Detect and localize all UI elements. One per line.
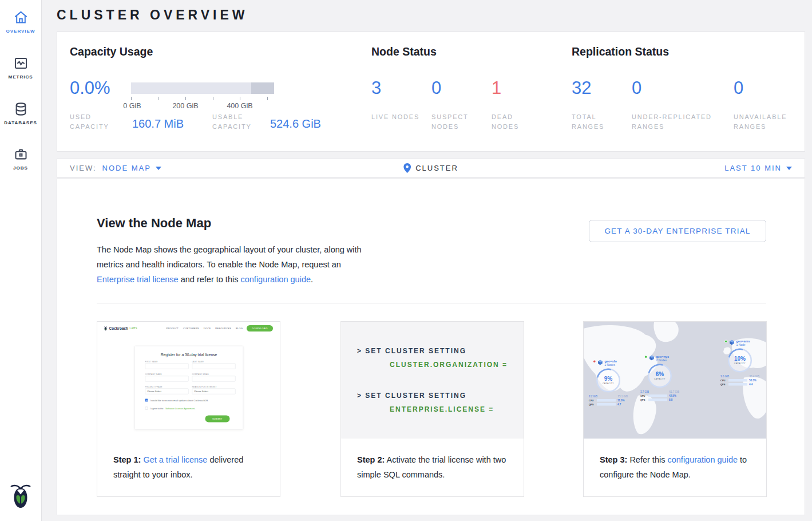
description-text: The Node Map shows the geographical layo…	[97, 245, 362, 269]
live-nodes-label: LIVE NODES	[371, 112, 420, 122]
sql-command-arg: ENTERPRISE.LICENSE =	[390, 405, 494, 413]
live-nodes-value: 3	[371, 78, 381, 98]
sql-command: > SET CLUSTER SETTING	[357, 392, 466, 400]
capacity-axis-tick: 0 GiB	[123, 102, 141, 110]
step3-caption: Step 3: Refer this configuration guide t…	[584, 439, 766, 482]
node-cube-icon	[729, 340, 735, 345]
sidebar: OVERVIEW METRICS DATABASES JOBS	[0, 0, 42, 521]
configuration-guide-link[interactable]: configuration guide	[667, 455, 738, 464]
screenshot-download-button: DOWNLOAD	[247, 325, 273, 331]
screenshot-checkbox-checked	[145, 399, 148, 402]
nodemap-widget-nyc: geo=nyc 2 Nodes 6% CAPACITY 3.7 GiB 61.7…	[640, 355, 683, 401]
node-cube-icon	[649, 355, 655, 361]
screenshot-register-form: Register for a 30-day trial license FIRS…	[134, 346, 243, 429]
step1-card: Cockroach LABS PRODUCTCUSTOMERSDOCSRESOU…	[97, 321, 280, 497]
dead-nodes-label: DEAD NODES	[492, 112, 540, 132]
step1-caption: Step 1: Get a trial license delivered st…	[97, 439, 280, 482]
time-range-dropdown[interactable]: LAST 10 MIN	[724, 164, 792, 172]
suspect-nodes-value: 0	[431, 78, 441, 98]
capacity-percent: 0.0%	[70, 78, 110, 98]
sidebar-item-jobs[interactable]: JOBS	[0, 147, 41, 171]
node-map-panel: View the Node Map The Node Map shows the…	[57, 179, 805, 515]
replication-status-title: Replication Status	[572, 45, 669, 58]
node-map-heading: View the Node Map	[97, 216, 211, 231]
summary-panel: Capacity Usage 0.0% 0 GiB 200 GiB 400 Gi…	[57, 31, 805, 152]
description-text: .	[311, 275, 313, 284]
database-icon	[13, 101, 29, 117]
capacity-gauge: 6% CAPACITY	[648, 364, 672, 388]
sidebar-item-databases[interactable]: DATABASES	[0, 101, 41, 125]
usable-capacity-label: USABLE CAPACITY	[212, 112, 261, 132]
suspect-nodes-label: SUSPECT NODES	[431, 112, 480, 132]
screenshot-form-title: Register for a 30-day trial license	[135, 353, 243, 357]
status-dot-red	[593, 360, 596, 364]
metrics-icon	[13, 56, 29, 71]
view-label: VIEW:	[70, 164, 97, 172]
view-selector-dropdown[interactable]: NODE MAP	[102, 164, 161, 172]
used-capacity-value: 160.7 MiB	[132, 117, 184, 131]
capacity-bar	[131, 82, 274, 94]
breadcrumb-cluster: CLUSTER	[415, 164, 458, 172]
sidebar-item-label: OVERVIEW	[0, 29, 41, 34]
under-replicated-ranges-label: UNDER-REPLICATED RANGES	[632, 112, 723, 132]
status-dot-green	[644, 356, 648, 359]
briefcase-icon	[13, 147, 29, 162]
sql-command: > SET CLUSTER SETTING	[357, 347, 466, 355]
node-status-title: Node Status	[371, 45, 437, 58]
cockroach-icon	[104, 326, 108, 331]
cockroach-icon	[9, 481, 33, 508]
view-bar: VIEW: NODE MAP CLUSTER LAST 10 MIN	[57, 159, 805, 177]
qps-sparkline	[597, 403, 616, 406]
cpu-sparkline	[597, 399, 616, 402]
screenshot-submit-button: SUBMIT	[205, 416, 230, 423]
home-icon	[13, 10, 29, 25]
screenshot-logo-suffix: LABS	[130, 327, 138, 330]
step3-card: geo=sfo 2 Nodes 9% CAPACITY 3.2 GiB 35.1…	[583, 321, 767, 497]
time-range-value: LAST 10 MIN	[724, 164, 782, 172]
under-replicated-ranges-value: 0	[632, 78, 641, 98]
screenshot-nav: PRODUCTCUSTOMERSDOCSRESOURCESBLOG	[166, 327, 243, 330]
screenshot-checkbox-unchecked	[145, 407, 148, 410]
node-cube-icon	[597, 360, 603, 365]
configuration-guide-link[interactable]: configuration guide	[240, 275, 311, 284]
dead-nodes-value: 1	[492, 78, 501, 98]
unavailable-ranges-label: UNAVAILABLE RANGES	[734, 112, 802, 132]
step1-screenshot: Cockroach LABS PRODUCTCUSTOMERSDOCSRESOU…	[97, 322, 280, 439]
node-map-description: The Node Map shows the geographical layo…	[97, 242, 374, 287]
used-capacity-label: USED CAPACITY	[70, 112, 118, 132]
step2-caption: Step 2: Activate the trial license with …	[341, 439, 524, 482]
sidebar-item-metrics[interactable]: METRICS	[0, 56, 41, 80]
description-text: and refer to this	[181, 275, 239, 284]
step2-card: > SET CLUSTER SETTING CLUSTER.ORGANIZATI…	[340, 321, 524, 497]
total-ranges-value: 32	[572, 78, 591, 98]
page-title: CLUSTER OVERVIEW	[57, 7, 248, 23]
step2-code-figure: > SET CLUSTER SETTING CLUSTER.ORGANIZATI…	[341, 322, 524, 439]
nodemap-widget-sfo: geo=sfo 2 Nodes 9% CAPACITY 3.2 GiB 35.1…	[589, 360, 632, 406]
total-ranges-label: TOTAL RANGES	[572, 112, 620, 132]
unavailable-ranges-value: 0	[734, 78, 743, 98]
nodemap-widget-ams: geo=ams 1 Node 10% CAPACITY 3.6 GiB 36.4…	[720, 340, 763, 386]
sidebar-item-label: JOBS	[0, 165, 41, 171]
view-selector-value: NODE MAP	[102, 164, 151, 172]
qps-sparkline	[728, 383, 747, 386]
capacity-axis-tick: 200 GiB	[172, 102, 198, 110]
qps-sparkline	[648, 398, 667, 401]
cpu-sparkline	[728, 379, 747, 382]
step3-map-figure: geo=sfo 2 Nodes 9% CAPACITY 3.2 GiB 35.1…	[584, 322, 766, 439]
enterprise-trial-button[interactable]: GET A 30-DAY ENTERPRISE TRIAL	[589, 220, 766, 242]
capacity-gauge: 10% CAPACITY	[728, 349, 752, 373]
sidebar-item-overview[interactable]: OVERVIEW	[0, 10, 41, 34]
get-trial-license-link[interactable]: Get a trial license	[143, 455, 207, 464]
sidebar-item-label: DATABASES	[0, 120, 41, 125]
capacity-axis-tick: 400 GiB	[227, 102, 252, 110]
cluster-overview-page: OVERVIEW METRICS DATABASES JOBS	[0, 0, 812, 521]
cpu-sparkline	[648, 394, 667, 397]
screenshot-site-header: Cockroach LABS PRODUCTCUSTOMERSDOCSRESOU…	[97, 322, 280, 335]
map-pin-icon	[403, 163, 411, 173]
cockroachdb-logo	[9, 481, 33, 511]
status-dot-green	[724, 340, 728, 344]
usable-capacity-value: 524.6 GiB	[270, 117, 321, 131]
enterprise-trial-license-link[interactable]: Enterprise trial license	[97, 275, 179, 284]
capacity-bar-reserved-segment	[251, 82, 274, 94]
capacity-gauge: 9% CAPACITY	[596, 369, 620, 393]
